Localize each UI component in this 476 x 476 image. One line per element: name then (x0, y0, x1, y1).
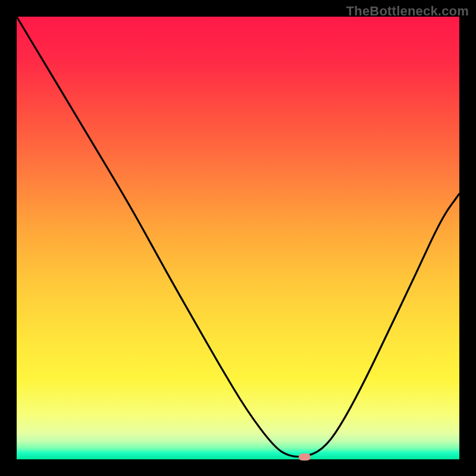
optimal-marker (299, 453, 311, 461)
watermark-text: TheBottleneck.com (346, 4, 469, 19)
plot-area (17, 17, 459, 459)
bottleneck-curve (17, 17, 459, 459)
chart-frame: TheBottleneck.com (0, 0, 476, 476)
